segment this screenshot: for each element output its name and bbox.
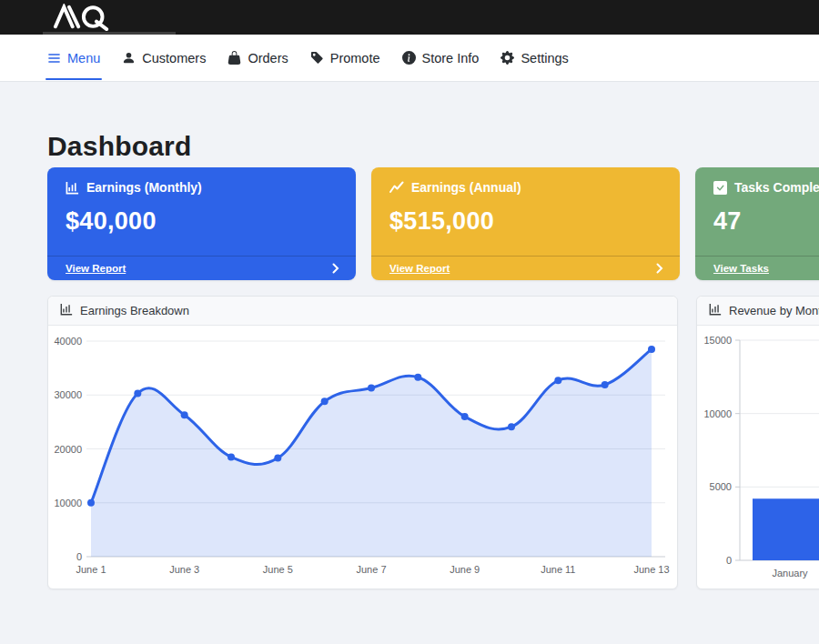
earnings-line-chart[interactable]: 010000200003000040000June 1June 3June 5J…: [48, 326, 677, 588]
card-title: Earnings (Monthly): [86, 180, 202, 195]
card-footer[interactable]: View Tasks: [695, 256, 819, 280]
svg-text:June 11: June 11: [541, 564, 575, 575]
chevron-right-icon: [332, 263, 339, 274]
nav-item-promote[interactable]: Promote: [310, 35, 380, 81]
bar-chart-icon: [709, 303, 722, 318]
svg-text:June 1: June 1: [76, 564, 106, 575]
svg-text:10000: 10000: [703, 408, 732, 419]
svg-text:June 7: June 7: [356, 564, 386, 575]
view-report-link[interactable]: View Report: [66, 263, 126, 274]
card-value: $515,000: [389, 207, 662, 236]
nav-item-menu[interactable]: Menu: [47, 35, 100, 81]
chart-title: Earnings Breakdown: [80, 304, 189, 317]
bar-chart-icon: [66, 181, 79, 195]
card-earnings-monthly[interactable]: Earnings (Monthly) $40,000 View Report: [47, 167, 356, 280]
bag-icon: [228, 51, 241, 65]
nav-item-orders[interactable]: Orders: [228, 35, 288, 81]
chevron-right-icon: [656, 263, 663, 274]
svg-text:0: 0: [76, 551, 82, 562]
view-tasks-link[interactable]: View Tasks: [713, 263, 769, 274]
nav-item-label: Store Info: [422, 51, 480, 65]
svg-text:10000: 10000: [54, 498, 82, 508]
nav-item-label: Settings: [521, 51, 568, 65]
person-icon: [122, 51, 136, 65]
tag-icon: [310, 51, 324, 65]
card-footer[interactable]: View Report: [47, 256, 356, 280]
brand-logo[interactable]: [36, 4, 127, 31]
svg-text:0: 0: [726, 555, 732, 566]
check-square-icon: [713, 181, 727, 195]
info-circle-icon: [402, 51, 416, 65]
earnings-breakdown-card: Earnings Breakdown 010000200003000040000…: [47, 296, 678, 589]
page-title: Dashboard: [47, 131, 192, 162]
svg-text:June 5: June 5: [263, 564, 293, 575]
svg-text:30000: 30000: [54, 389, 82, 400]
card-earnings-annual[interactable]: Earnings (Annual) $515,000 View Report: [371, 167, 680, 280]
main-nav: Menu Customers Orders Promote Store Info: [0, 35, 819, 82]
card-title: Earnings (Annual): [411, 180, 521, 195]
nav-item-label: Orders: [248, 51, 288, 65]
nav-item-label: Menu: [67, 51, 100, 65]
revenue-by-month-card: Revenue by Month 050001000015000January: [696, 296, 819, 589]
svg-text:June 13: June 13: [633, 564, 669, 575]
nav-item-settings[interactable]: Settings: [500, 35, 568, 81]
line-chart-icon: [389, 181, 404, 194]
view-report-link[interactable]: View Report: [389, 263, 450, 274]
svg-text:40000: 40000: [54, 336, 82, 347]
nav-item-store-info[interactable]: Store Info: [402, 35, 480, 81]
nav-item-customers[interactable]: Customers: [122, 35, 206, 81]
card-tasks-completed[interactable]: Tasks Completed 47 View Tasks: [695, 167, 819, 280]
nav-item-label: Customers: [142, 51, 206, 65]
card-title: Tasks Completed: [734, 180, 819, 195]
gear-icon: [500, 51, 514, 65]
card-value: 47: [713, 207, 819, 236]
hamburger-icon: [47, 52, 61, 65]
svg-text:15000: 15000: [703, 335, 732, 346]
chart-title: Revenue by Month: [729, 304, 819, 317]
top-black-bar: [0, 0, 819, 35]
revenue-bar-chart[interactable]: 050001000015000January: [697, 326, 819, 588]
svg-text:June 3: June 3: [169, 564, 199, 575]
card-value: $40,000: [66, 207, 338, 236]
chart-card-header: Earnings Breakdown: [48, 297, 677, 326]
svg-text:20000: 20000: [54, 444, 82, 455]
svg-text:June 9: June 9: [450, 564, 480, 575]
chart-card-header: Revenue by Month: [697, 297, 819, 326]
card-footer[interactable]: View Report: [371, 256, 680, 280]
summary-cards-row: Earnings (Monthly) $40,000 View Report: [47, 167, 819, 280]
bar-chart-icon: [60, 303, 73, 318]
svg-text:January: January: [772, 568, 808, 579]
svg-text:5000: 5000: [710, 481, 732, 492]
nav-item-label: Promote: [330, 51, 380, 65]
